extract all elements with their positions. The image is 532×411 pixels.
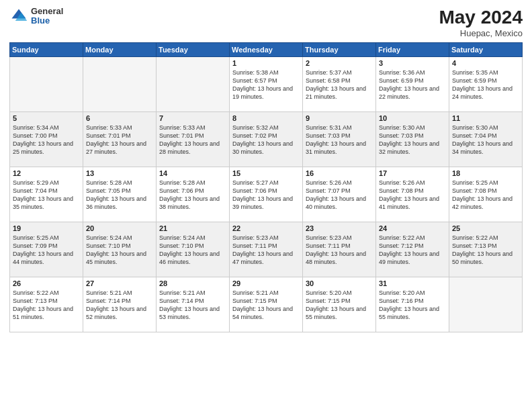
table-row: 8Sunrise: 5:32 AM Sunset: 7:02 PM Daylig… [230,112,303,167]
day-number: 15 [232,169,300,177]
table-row: 16Sunrise: 5:26 AM Sunset: 7:07 PM Dayli… [303,167,376,222]
cell-info: Sunrise: 5:36 AM Sunset: 6:59 PM Dayligh… [379,68,446,101]
table-row: 31Sunrise: 5:20 AM Sunset: 7:16 PM Dayli… [376,277,449,332]
col-tuesday: Tuesday [157,43,230,57]
table-row: 11Sunrise: 5:30 AM Sunset: 7:04 PM Dayli… [449,112,523,167]
table-row: 26Sunrise: 5:22 AM Sunset: 7:13 PM Dayli… [10,277,83,332]
table-row: 19Sunrise: 5:25 AM Sunset: 7:09 PM Dayli… [10,222,83,277]
table-row: 17Sunrise: 5:26 AM Sunset: 7:08 PM Dayli… [376,167,449,222]
day-number: 25 [452,224,519,232]
table-row: 21Sunrise: 5:24 AM Sunset: 7:10 PM Dayli… [157,222,230,277]
cell-info: Sunrise: 5:20 AM Sunset: 7:15 PM Dayligh… [306,289,373,322]
day-number: 31 [379,279,446,287]
table-row [83,57,157,112]
day-number: 19 [13,224,80,232]
cell-info: Sunrise: 5:22 AM Sunset: 7:13 PM Dayligh… [452,234,519,267]
cell-info: Sunrise: 5:25 AM Sunset: 7:09 PM Dayligh… [13,234,80,267]
day-number: 26 [13,279,80,287]
col-wednesday: Wednesday [230,43,303,57]
calendar-page: General Blue May 2024 Huepac, Mexico Sun… [0,0,532,411]
day-number: 4 [452,59,519,67]
table-row [449,277,523,332]
table-row: 7Sunrise: 5:33 AM Sunset: 7:01 PM Daylig… [157,112,230,167]
day-number: 30 [306,279,373,287]
cell-info: Sunrise: 5:21 AM Sunset: 7:14 PM Dayligh… [159,289,226,322]
day-number: 12 [13,169,80,177]
table-row: 9Sunrise: 5:31 AM Sunset: 7:03 PM Daylig… [303,112,376,167]
table-row: 5Sunrise: 5:34 AM Sunset: 7:00 PM Daylig… [10,112,83,167]
cell-info: Sunrise: 5:38 AM Sunset: 6:57 PM Dayligh… [232,68,300,101]
cell-info: Sunrise: 5:35 AM Sunset: 6:59 PM Dayligh… [452,68,519,101]
cell-info: Sunrise: 5:31 AM Sunset: 7:03 PM Dayligh… [306,124,373,156]
table-row: 29Sunrise: 5:21 AM Sunset: 7:15 PM Dayli… [230,277,303,332]
table-row: 13Sunrise: 5:28 AM Sunset: 7:05 PM Dayli… [83,167,157,222]
month-year: May 2024 [439,7,523,28]
logo-icon [9,7,28,26]
day-number: 1 [232,59,300,67]
table-row: 6Sunrise: 5:33 AM Sunset: 7:01 PM Daylig… [83,112,157,167]
table-row: 24Sunrise: 5:22 AM Sunset: 7:12 PM Dayli… [376,222,449,277]
cell-info: Sunrise: 5:30 AM Sunset: 7:04 PM Dayligh… [452,124,519,156]
logo: General Blue [9,7,63,26]
day-number: 6 [86,114,153,122]
day-number: 3 [379,59,446,67]
cell-info: Sunrise: 5:33 AM Sunset: 7:01 PM Dayligh… [159,124,226,156]
table-row: 12Sunrise: 5:29 AM Sunset: 7:04 PM Dayli… [10,167,83,222]
cell-info: Sunrise: 5:25 AM Sunset: 7:08 PM Dayligh… [452,179,519,212]
table-row: 3Sunrise: 5:36 AM Sunset: 6:59 PM Daylig… [376,57,449,112]
cell-info: Sunrise: 5:23 AM Sunset: 7:11 PM Dayligh… [306,234,373,267]
cell-info: Sunrise: 5:27 AM Sunset: 7:06 PM Dayligh… [232,179,300,212]
cell-info: Sunrise: 5:33 AM Sunset: 7:01 PM Dayligh… [86,124,153,156]
table-row: 10Sunrise: 5:30 AM Sunset: 7:03 PM Dayli… [376,112,449,167]
day-number: 24 [379,224,446,232]
day-number: 17 [379,169,446,177]
cell-info: Sunrise: 5:26 AM Sunset: 7:07 PM Dayligh… [306,179,373,212]
day-number: 10 [379,114,446,122]
table-row: 15Sunrise: 5:27 AM Sunset: 7:06 PM Dayli… [230,167,303,222]
cell-info: Sunrise: 5:21 AM Sunset: 7:14 PM Dayligh… [86,289,153,322]
col-thursday: Thursday [303,43,376,57]
calendar-week-row: 1Sunrise: 5:38 AM Sunset: 6:57 PM Daylig… [10,57,523,112]
cell-info: Sunrise: 5:34 AM Sunset: 7:00 PM Dayligh… [13,124,80,156]
day-number: 23 [306,224,373,232]
day-number: 18 [452,169,519,177]
cell-info: Sunrise: 5:28 AM Sunset: 7:05 PM Dayligh… [86,179,153,212]
table-row: 20Sunrise: 5:24 AM Sunset: 7:10 PM Dayli… [83,222,157,277]
location: Huepac, Mexico [439,28,523,38]
cell-info: Sunrise: 5:21 AM Sunset: 7:15 PM Dayligh… [232,289,300,322]
table-row [10,57,83,112]
table-row: 14Sunrise: 5:28 AM Sunset: 7:06 PM Dayli… [157,167,230,222]
logo-blue: Blue [31,16,63,26]
day-number: 7 [159,114,226,122]
cell-info: Sunrise: 5:22 AM Sunset: 7:12 PM Dayligh… [379,234,446,267]
table-row: 2Sunrise: 5:37 AM Sunset: 6:58 PM Daylig… [303,57,376,112]
day-number: 28 [159,279,226,287]
calendar-table: Sunday Monday Tuesday Wednesday Thursday… [9,42,523,332]
title-block: May 2024 Huepac, Mexico [439,7,523,38]
table-row: 28Sunrise: 5:21 AM Sunset: 7:14 PM Dayli… [157,277,230,332]
day-number: 5 [13,114,80,122]
cell-info: Sunrise: 5:37 AM Sunset: 6:58 PM Dayligh… [306,68,373,101]
cell-info: Sunrise: 5:24 AM Sunset: 7:10 PM Dayligh… [86,234,153,267]
header: General Blue May 2024 Huepac, Mexico [9,7,523,38]
table-row: 18Sunrise: 5:25 AM Sunset: 7:08 PM Dayli… [449,167,523,222]
day-number: 27 [86,279,153,287]
day-number: 22 [232,224,300,232]
col-saturday: Saturday [449,43,523,57]
cell-info: Sunrise: 5:29 AM Sunset: 7:04 PM Dayligh… [13,179,80,212]
table-row: 30Sunrise: 5:20 AM Sunset: 7:15 PM Dayli… [303,277,376,332]
calendar-week-row: 5Sunrise: 5:34 AM Sunset: 7:00 PM Daylig… [10,112,523,167]
col-monday: Monday [83,43,157,57]
calendar-week-row: 12Sunrise: 5:29 AM Sunset: 7:04 PM Dayli… [10,167,523,222]
logo-general: General [31,7,63,16]
calendar-header-row: Sunday Monday Tuesday Wednesday Thursday… [10,43,523,57]
calendar-week-row: 19Sunrise: 5:25 AM Sunset: 7:09 PM Dayli… [10,222,523,277]
table-row [157,57,230,112]
logo-text: General Blue [31,7,63,26]
day-number: 21 [159,224,226,232]
day-number: 14 [159,169,226,177]
cell-info: Sunrise: 5:24 AM Sunset: 7:10 PM Dayligh… [159,234,226,267]
calendar-week-row: 26Sunrise: 5:22 AM Sunset: 7:13 PM Dayli… [10,277,523,332]
day-number: 13 [86,169,153,177]
cell-info: Sunrise: 5:30 AM Sunset: 7:03 PM Dayligh… [379,124,446,156]
